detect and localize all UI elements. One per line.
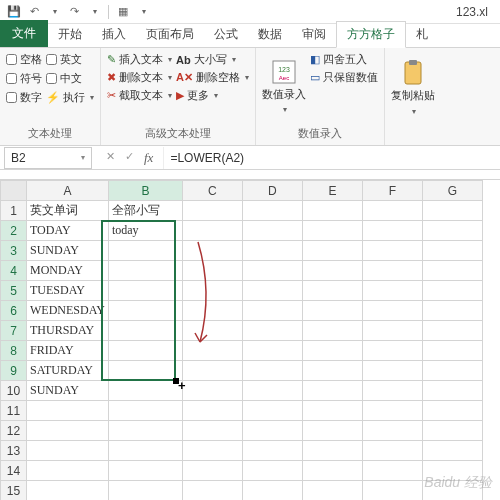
cell[interactable] xyxy=(108,301,182,321)
cell[interactable] xyxy=(362,281,422,301)
cell[interactable]: WEDNESDAY xyxy=(27,301,109,321)
cell[interactable] xyxy=(242,281,302,301)
select-all-corner[interactable] xyxy=(1,181,27,201)
cell[interactable] xyxy=(27,461,109,481)
cell[interactable] xyxy=(422,221,482,241)
tab-home[interactable]: 开始 xyxy=(48,22,92,47)
cell[interactable] xyxy=(422,481,482,501)
tab-fanggezi[interactable]: 方方格子 xyxy=(336,21,406,48)
enter-icon[interactable]: ✓ xyxy=(125,150,134,166)
row-header[interactable]: 13 xyxy=(1,441,27,461)
cell[interactable] xyxy=(242,441,302,461)
cell[interactable] xyxy=(422,241,482,261)
btn-round[interactable]: ◧四舍五入 xyxy=(310,52,378,67)
cell[interactable]: 全部小写 xyxy=(108,201,182,221)
cell[interactable] xyxy=(302,321,362,341)
cell[interactable] xyxy=(422,301,482,321)
tab-file[interactable]: 文件 xyxy=(0,20,48,47)
cell[interactable] xyxy=(27,481,109,501)
cell[interactable] xyxy=(108,441,182,461)
cell[interactable] xyxy=(242,321,302,341)
cell[interactable] xyxy=(108,281,182,301)
cell[interactable] xyxy=(182,421,242,441)
row-header[interactable]: 2 xyxy=(1,221,27,241)
cell[interactable] xyxy=(242,221,302,241)
cell[interactable] xyxy=(362,301,422,321)
cell[interactable] xyxy=(242,381,302,401)
cell[interactable] xyxy=(182,301,242,321)
col-header-B[interactable]: B xyxy=(108,181,182,201)
cell[interactable] xyxy=(362,381,422,401)
cell[interactable] xyxy=(182,341,242,361)
qat-customize[interactable] xyxy=(135,4,151,20)
cell[interactable] xyxy=(302,381,362,401)
chk-english[interactable]: 英文 xyxy=(46,52,94,67)
name-box[interactable]: B2 xyxy=(4,147,92,169)
cell[interactable]: MONDAY xyxy=(27,261,109,281)
cell[interactable] xyxy=(362,421,422,441)
cell[interactable] xyxy=(302,441,362,461)
btn-more[interactable]: ▶更多 xyxy=(176,88,249,103)
cell[interactable]: TUESDAY xyxy=(27,281,109,301)
cell[interactable] xyxy=(242,461,302,481)
cell[interactable] xyxy=(362,221,422,241)
row-header[interactable]: 4 xyxy=(1,261,27,281)
cell[interactable] xyxy=(302,481,362,501)
cancel-icon[interactable]: ✕ xyxy=(106,150,115,166)
cell[interactable] xyxy=(182,321,242,341)
cell[interactable] xyxy=(362,401,422,421)
cell[interactable] xyxy=(422,341,482,361)
cell[interactable] xyxy=(362,481,422,501)
col-header-C[interactable]: C xyxy=(182,181,242,201)
tab-review[interactable]: 审阅 xyxy=(292,22,336,47)
tab-formulas[interactable]: 公式 xyxy=(204,22,248,47)
cell[interactable] xyxy=(422,441,482,461)
cell[interactable] xyxy=(242,481,302,501)
cell[interactable] xyxy=(302,301,362,321)
cell[interactable] xyxy=(108,381,182,401)
cell[interactable] xyxy=(302,221,362,241)
cell[interactable] xyxy=(302,361,362,381)
cell[interactable] xyxy=(302,421,362,441)
chk-chinese[interactable]: 中文 xyxy=(46,71,94,86)
cell[interactable] xyxy=(422,421,482,441)
cell[interactable] xyxy=(242,421,302,441)
btn-numeric-entry[interactable]: 123Aec 数值录入 xyxy=(262,52,306,120)
cell[interactable] xyxy=(242,401,302,421)
cell[interactable] xyxy=(108,321,182,341)
cell[interactable] xyxy=(108,461,182,481)
cell[interactable] xyxy=(302,401,362,421)
cell[interactable] xyxy=(362,361,422,381)
cell[interactable]: TODAY xyxy=(27,221,109,241)
cell[interactable] xyxy=(108,261,182,281)
cell[interactable] xyxy=(302,281,362,301)
numeric-dropdown[interactable] xyxy=(281,102,287,114)
cell[interactable] xyxy=(27,421,109,441)
cell[interactable]: SATURDAY xyxy=(27,361,109,381)
btn-execute[interactable]: ⚡执行 xyxy=(46,90,94,105)
row-header[interactable]: 10 xyxy=(1,381,27,401)
chk-symbol[interactable]: 符号 xyxy=(6,71,42,86)
row-header[interactable]: 14 xyxy=(1,461,27,481)
cell[interactable] xyxy=(108,481,182,501)
cell[interactable] xyxy=(182,401,242,421)
cell[interactable] xyxy=(302,341,362,361)
cell[interactable] xyxy=(422,361,482,381)
cell[interactable] xyxy=(182,441,242,461)
cell[interactable] xyxy=(27,441,109,461)
cell[interactable] xyxy=(302,461,362,481)
cell[interactable] xyxy=(362,321,422,341)
row-header[interactable]: 11 xyxy=(1,401,27,421)
row-header[interactable]: 9 xyxy=(1,361,27,381)
tab-extra[interactable]: 札 xyxy=(406,22,438,47)
cell[interactable] xyxy=(108,341,182,361)
undo-dropdown[interactable] xyxy=(46,4,62,20)
row-header[interactable]: 6 xyxy=(1,301,27,321)
cell[interactable] xyxy=(422,261,482,281)
cell[interactable] xyxy=(422,401,482,421)
cell[interactable] xyxy=(182,481,242,501)
cell[interactable] xyxy=(108,361,182,381)
cell[interactable] xyxy=(182,281,242,301)
cell[interactable] xyxy=(108,421,182,441)
save-icon[interactable]: 💾 xyxy=(6,4,22,20)
